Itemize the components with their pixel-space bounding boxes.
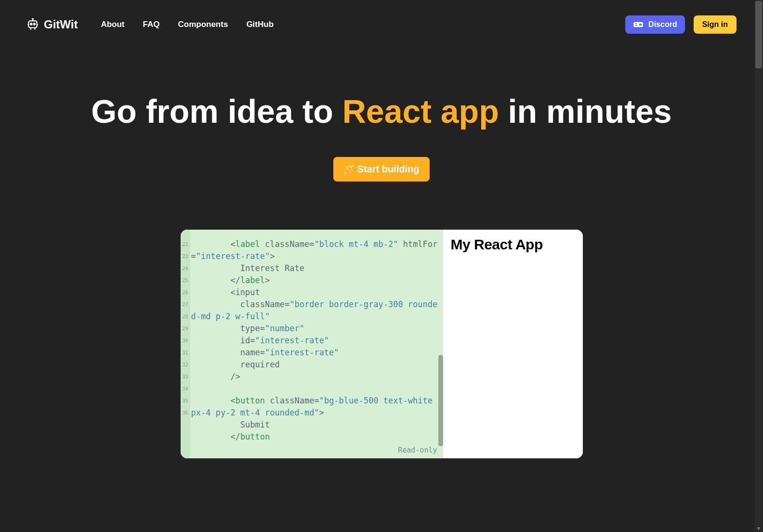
code-body: <label className="block mt-4 mb-2" htmlF… bbox=[191, 238, 438, 443]
code-panel: 222324252627282930313233343536 <label cl… bbox=[181, 230, 443, 458]
scroll-down-icon[interactable]: ▼ bbox=[756, 526, 761, 531]
preview-heading: My React App bbox=[451, 236, 575, 253]
discord-label: Discord bbox=[648, 20, 677, 29]
svg-point-1 bbox=[32, 18, 33, 19]
nav-components[interactable]: Components bbox=[178, 20, 228, 29]
demo-window: 222324252627282930313233343536 <label cl… bbox=[181, 230, 583, 458]
svg-rect-12 bbox=[639, 24, 642, 26]
line-number: 26 bbox=[181, 286, 190, 298]
header-actions: Discord Sign in bbox=[625, 15, 737, 34]
hero-title: Go from idea to React app in minutes bbox=[0, 92, 763, 130]
nav-faq[interactable]: FAQ bbox=[143, 20, 160, 29]
svg-rect-11 bbox=[635, 25, 637, 26]
nav-about[interactable]: About bbox=[101, 20, 124, 29]
line-number: 23 bbox=[181, 250, 190, 262]
robot-icon bbox=[26, 18, 39, 31]
line-number: 31 bbox=[181, 347, 190, 359]
nav-github[interactable]: GitHub bbox=[246, 20, 274, 29]
hero: Go from idea to React app in minutes 🪄 S… bbox=[0, 92, 763, 182]
discord-icon bbox=[633, 21, 644, 28]
signin-button[interactable]: Sign in bbox=[694, 15, 737, 34]
readonly-badge: Read-only bbox=[398, 444, 437, 456]
line-number: 32 bbox=[181, 359, 190, 371]
line-number: 27 bbox=[181, 298, 190, 311]
line-number: 25 bbox=[181, 274, 190, 286]
header: GitWit About FAQ Components GitHub Disco… bbox=[0, 0, 763, 49]
hero-title-pre: Go from idea to bbox=[91, 93, 342, 130]
page-scrollbar[interactable]: ▼ bbox=[754, 0, 763, 532]
preview-panel: My React App bbox=[443, 230, 583, 458]
line-number: 30 bbox=[181, 335, 190, 347]
line-number: 28 bbox=[181, 311, 190, 323]
brand-name: GitWit bbox=[44, 18, 78, 31]
svg-rect-2 bbox=[28, 21, 37, 27]
line-number: 36 bbox=[181, 407, 190, 419]
start-building-button[interactable]: 🪄 Start building bbox=[333, 157, 430, 182]
hero-title-highlight: React app bbox=[342, 93, 499, 130]
line-number: 22 bbox=[181, 238, 190, 250]
line-number: 35 bbox=[181, 395, 190, 407]
line-number: 24 bbox=[181, 262, 190, 274]
scrollbar-thumb[interactable] bbox=[755, 1, 762, 68]
line-number: 34 bbox=[181, 383, 190, 395]
start-label: Start building bbox=[357, 164, 420, 175]
line-number: 29 bbox=[181, 323, 190, 335]
svg-rect-10 bbox=[635, 23, 637, 24]
hero-title-post: in minutes bbox=[499, 93, 672, 130]
line-number: 33 bbox=[181, 371, 190, 383]
discord-button[interactable]: Discord bbox=[625, 15, 685, 34]
logo[interactable]: GitWit bbox=[26, 18, 78, 31]
svg-point-4 bbox=[34, 23, 35, 25]
code-scrollbar[interactable] bbox=[438, 355, 443, 446]
svg-point-3 bbox=[30, 23, 32, 25]
main-nav: About FAQ Components GitHub bbox=[101, 20, 274, 29]
wand-icon: 🪄 bbox=[344, 164, 355, 175]
line-number-gutter: 222324252627282930313233343536 bbox=[181, 230, 190, 458]
